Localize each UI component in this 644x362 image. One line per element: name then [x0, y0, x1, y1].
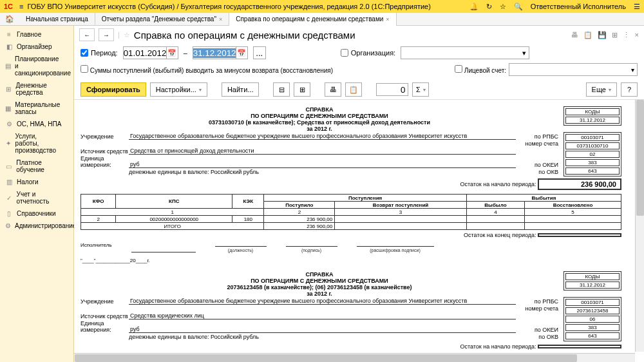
star-icon[interactable]: ☆	[500, 3, 506, 11]
sidebar-item-cash[interactable]: ⊞Денежные средства	[0, 79, 73, 99]
close-icon[interactable]: ×	[219, 16, 222, 23]
calendar-icon[interactable]: 📅	[166, 47, 178, 59]
codes-box: КОДЫ 31.12.2012	[564, 106, 621, 126]
signature-line: Исполнитель (должность) (подпись) (расши…	[80, 242, 621, 252]
sidebar-item-planning[interactable]: ▤Планирование и санкционирование	[0, 53, 73, 79]
vertical-scrollbar[interactable]	[635, 100, 644, 352]
acct-select[interactable]: ▾	[509, 63, 638, 76]
find-button[interactable]: Найти...	[222, 82, 260, 97]
period-picker-button[interactable]: ...	[253, 46, 266, 59]
mail-icon[interactable]: 📋	[583, 31, 592, 39]
sidebar-item-taxes[interactable]: ▥Налоги	[0, 176, 73, 188]
titlebar: 1С ≡ ГОБУ ВПО Университет искусств (Субс…	[0, 0, 644, 13]
balance-end	[538, 233, 621, 237]
hamburger-icon[interactable]: ≡	[19, 3, 23, 10]
grid-icon[interactable]: ⊞	[612, 31, 618, 39]
report-title: СПРАВКА	[80, 106, 558, 113]
save-button[interactable]: 📋	[345, 82, 362, 97]
report-viewport: СПРАВКА ПО ОПЕРАЦИЯМ С ДЕНЕЖНЫМИ СРЕДСТВ…	[74, 100, 644, 362]
sidebar-item-materials[interactable]: ▦Материальные запасы	[0, 99, 73, 118]
sidebar: ≡Главное ◧Органайзер ▤Планирование и сан…	[0, 26, 74, 362]
calendar-icon[interactable]: 📅	[236, 47, 247, 59]
close-icon[interactable]: ×	[386, 16, 389, 23]
toolbar: Сформировать Настройки...▾ Найти... ⊟ ⊞ …	[74, 80, 644, 100]
sum-field[interactable]	[376, 83, 408, 96]
acct-checkbox[interactable]	[455, 65, 462, 73]
link-icon[interactable]: ⋮	[623, 31, 630, 39]
sigma-button[interactable]: Σ ▾	[412, 82, 429, 97]
form-button[interactable]: Сформировать	[80, 82, 146, 97]
sidebar-item-accounting[interactable]: ✓Учет и отчетность	[0, 188, 73, 207]
close-button[interactable]: ×	[635, 31, 639, 39]
period-checkbox[interactable]	[80, 49, 88, 57]
logo-1c: 1С	[4, 3, 13, 10]
org-select[interactable]: ▾	[401, 46, 529, 59]
date-from-input[interactable]	[124, 48, 166, 58]
settings-button[interactable]: Настройки...▾	[150, 82, 207, 97]
print-button[interactable]: 🖶	[325, 82, 341, 97]
expand-button[interactable]: ⊟	[273, 82, 290, 97]
sidebar-item-services[interactable]: ✦Услуги, работы, производство	[0, 130, 73, 157]
page-title: Справка по операциям с денежными средств…	[134, 30, 355, 41]
tabs-bar: 🏠 Начальная страница Отчеты раздела "Ден…	[0, 13, 644, 26]
params-row2: Суммы поступлений (выбытий) выводить за …	[74, 62, 644, 80]
params-row1: Период: 📅 – 📅 ... Организация: ▾	[74, 44, 644, 62]
sidebar-item-os[interactable]: ⚙ОС, НМА, НПА	[0, 118, 73, 130]
sidebar-item-main[interactable]: ≡Главное	[0, 28, 73, 41]
forward-button[interactable]: →	[99, 28, 114, 41]
org-checkbox[interactable]	[341, 49, 348, 57]
help-button[interactable]: ?	[621, 82, 638, 97]
horizontal-scrollbar[interactable]	[74, 353, 635, 362]
tab-start[interactable]: Начальная страница	[19, 13, 95, 26]
report-table-1: КФОКПСКЭКПоступленияВыбытия ПоступилоВоз…	[80, 194, 621, 230]
history-icon[interactable]: ↻	[486, 3, 492, 11]
date-to-input[interactable]	[193, 48, 236, 58]
tab-spravka[interactable]: Справка по операциям с денежными средств…	[229, 13, 396, 26]
sidebar-item-refs[interactable]: ▯Справочники	[0, 207, 73, 220]
print-icon[interactable]: 🖶	[571, 31, 578, 39]
content-header: ← → | ☆ Справка по операциям с денежными…	[74, 26, 644, 44]
bell-icon[interactable]: 🔔	[469, 3, 478, 11]
home-icon[interactable]: 🏠	[0, 15, 19, 23]
collapse-button[interactable]: ⊞	[294, 82, 310, 97]
sidebar-item-paid[interactable]: ▭Платное обучение	[0, 157, 73, 176]
back-button[interactable]: ←	[79, 28, 95, 41]
tab-reports[interactable]: Отчеты раздела "Денежные средства"×	[95, 13, 229, 26]
more-button[interactable]: Еще ▾	[586, 82, 617, 97]
star-icon[interactable]: ☆	[124, 31, 130, 39]
sidebar-item-organizer[interactable]: ◧Органайзер	[0, 41, 73, 53]
save-icon[interactable]: 💾	[598, 31, 607, 39]
sidebar-item-admin[interactable]: ⚙Администрирование	[0, 220, 73, 232]
balance-start: 236 900,00	[538, 178, 621, 190]
user-label[interactable]: Ответственный Исполнитель	[531, 3, 626, 10]
minus-checkbox[interactable]	[80, 65, 88, 73]
search-icon[interactable]: 🔍	[514, 3, 523, 11]
settings-icon[interactable]: ☰	[634, 3, 640, 11]
app-title: ГОБУ ВПО Университет искусств (Субсидия)…	[27, 3, 430, 10]
